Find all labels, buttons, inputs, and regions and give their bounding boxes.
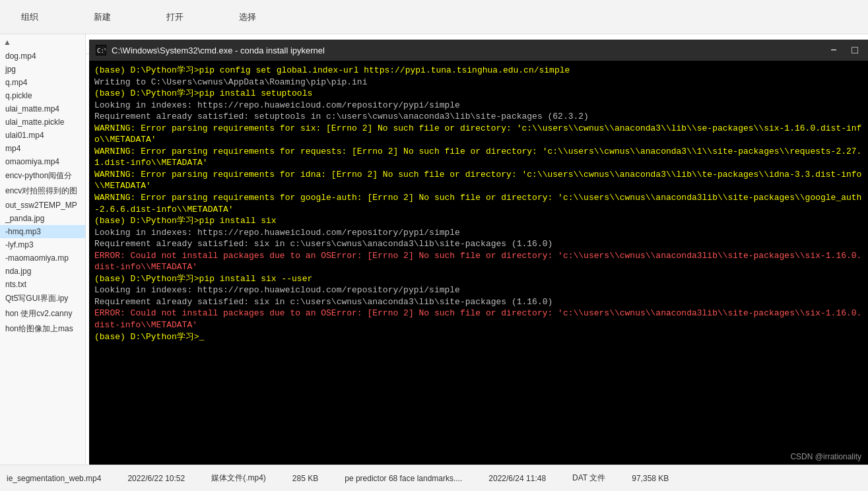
sidebar-item-8[interactable]: omaomiya.mp4 — [0, 155, 85, 168]
cmd-line: Requirement already satisfied: six in c:… — [94, 296, 863, 308]
sidebar-item-1[interactable]: jpg — [0, 63, 85, 76]
cmd-app-icon: C:\ — [96, 45, 106, 55]
sidebar-item-10[interactable]: encv对拍照得到的图 — [0, 183, 85, 199]
cmd-line: (base) D:\Python学习>pip install six --use… — [94, 273, 863, 285]
status-item-2-size: 97,358 KB — [632, 474, 669, 483]
sidebar-item-12[interactable]: _panda.jpg — [0, 212, 85, 225]
sidebar-item-18[interactable]: Qt5写GUI界面.ipy — [0, 291, 85, 306]
status-item-1-type: 媒体文件(.mp4) — [211, 473, 266, 484]
cmd-line: WARNING: Error parsing requirements for … — [94, 146, 863, 169]
cmd-line: Looking in indexes: https://repo.huaweic… — [94, 227, 863, 239]
toolbar-organize[interactable]: 组织 — [13, 6, 46, 28]
sidebar-item-13[interactable]: -hmq.mp3 — [0, 225, 85, 238]
sidebar: ▲ dog.mp4 jpg q.mp4 q.pickle ulai_matte.… — [0, 34, 86, 465]
cmd-titlebar: C:\ C:\Windows\System32\cmd.exe - conda … — [89, 40, 868, 61]
sidebar-item-3[interactable]: q.pickle — [0, 89, 85, 102]
cmd-line: WARNING: Error parsing requirements for … — [94, 169, 863, 192]
sidebar-item-16[interactable]: nda.jpg — [0, 265, 85, 278]
cmd-line: ERROR: Could not install packages due to… — [94, 308, 863, 331]
cmd-line: Looking in indexes: https://repo.huaweic… — [94, 100, 863, 112]
cmd-line: WARNING: Error parsing requirements for … — [94, 192, 863, 215]
cmd-maximize-button[interactable]: □ — [848, 44, 861, 56]
cmd-body[interactable]: (base) D:\Python学习>pip config set global… — [89, 61, 868, 491]
status-bar: ie_segmentation_web.mp4 2022/6/22 10:52 … — [0, 465, 868, 491]
status-item-1-date: 2022/6/22 10:52 — [127, 474, 185, 483]
cmd-line: (base) D:\Python学习>_ — [94, 331, 863, 343]
cmd-line: Looking in indexes: https://repo.huaweic… — [94, 284, 863, 296]
cmd-line: Writing to C:\Users\cwnus\AppData\Roamin… — [94, 77, 863, 88]
sidebar-item-7[interactable]: mp4 — [0, 142, 85, 155]
scroll-up-button[interactable]: ▲ — [3, 38, 11, 47]
cmd-line: (base) D:\Python学习>pip install six — [94, 215, 863, 227]
toolbar: 组织 新建 打开 选择 — [0, 0, 868, 34]
cmd-line: Requirement already satisfied: six in c:… — [94, 238, 863, 250]
toolbar-open[interactable]: 打开 — [158, 6, 191, 28]
sidebar-item-20[interactable]: hon给图像加上mas — [0, 321, 85, 337]
sidebar-item-0[interactable]: dog.mp4 — [0, 49, 85, 63]
sidebar-item-17[interactable]: nts.txt — [0, 278, 85, 291]
sidebar-item-4[interactable]: ulai_matte.mp4 — [0, 102, 85, 115]
svg-text:C:\: C:\ — [97, 48, 106, 54]
status-item-2-date: 2022/6/24 11:48 — [488, 474, 546, 483]
cmd-window: C:\ C:\Windows\System32\cmd.exe - conda … — [89, 40, 868, 491]
toolbar-select[interactable]: 选择 — [231, 6, 264, 28]
cmd-line: WARNING: Error parsing requirements for … — [94, 123, 863, 146]
cmd-line: Requirement already satisfied: setuptool… — [94, 111, 863, 123]
sidebar-item-15[interactable]: -maomaomiya.mp — [0, 251, 85, 265]
status-item-2-name: pe predictor 68 face landmarks.... — [345, 474, 462, 483]
sidebar-item-6[interactable]: ulai01.mp4 — [0, 129, 85, 142]
status-item-1-size: 285 KB — [292, 474, 318, 483]
sidebar-item-14[interactable]: -lyf.mp3 — [0, 238, 85, 251]
file-explorer: 组织 新建 打开 选择 ta (D:) > Python学 ▲ dog.mp4 … — [0, 0, 868, 491]
toolbar-new[interactable]: 新建 — [86, 6, 119, 28]
status-item-2-type: DAT 文件 — [572, 473, 605, 484]
sidebar-item-5[interactable]: ulai_matte.pickle — [0, 115, 85, 129]
sidebar-item-2[interactable]: q.mp4 — [0, 76, 85, 89]
cmd-controls: − □ — [827, 44, 861, 56]
status-item-1-name: ie_segmentation_web.mp4 — [7, 474, 101, 483]
sidebar-item-9[interactable]: encv-python阅值分 — [0, 168, 85, 183]
sidebar-item-11[interactable]: out_ssw2TEMP_MP — [0, 199, 85, 212]
cmd-line: ERROR: Could not install packages due to… — [94, 250, 863, 273]
sidebar-item-19[interactable]: hon 使用cv2.canny — [0, 306, 85, 321]
cmd-title: C:\Windows\System32\cmd.exe - conda inst… — [112, 46, 827, 55]
cmd-minimize-button[interactable]: − — [827, 44, 840, 56]
csdn-watermark: CSDN @irrationality — [790, 452, 861, 461]
cmd-line: (base) D:\Python学习>pip config set global… — [94, 65, 863, 77]
cmd-line: (base) D:\Python学习>pip install setuptool… — [94, 88, 863, 100]
